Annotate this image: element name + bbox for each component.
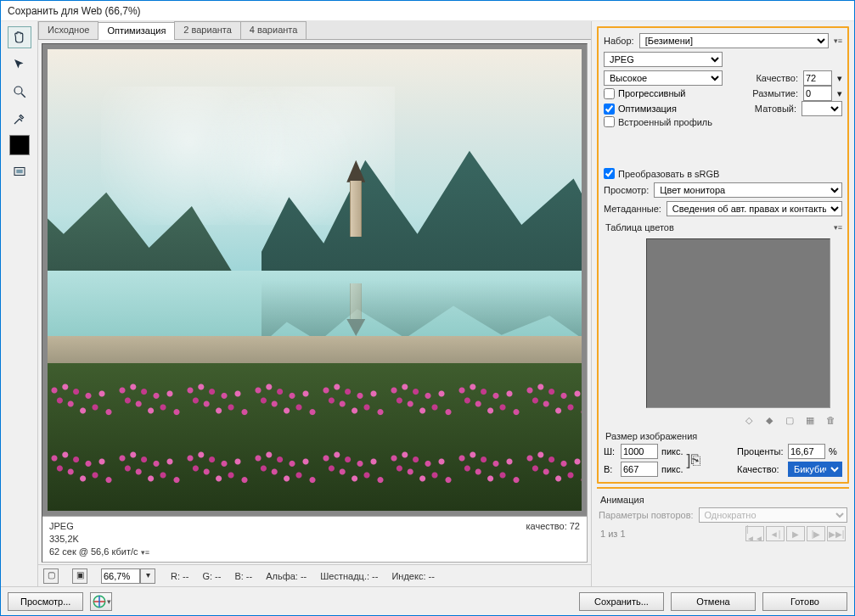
embedded-profile-label: Встроенный профиль: [618, 117, 712, 127]
left-toolbar: [1, 21, 38, 586]
format-select[interactable]: JPEG: [604, 52, 723, 67]
preset-menu-icon[interactable]: ▾≡: [834, 36, 842, 45]
zoom-in-icon[interactable]: ▣: [72, 568, 87, 584]
height-input[interactable]: [621, 462, 658, 477]
color-trash-icon[interactable]: 🗑: [824, 413, 837, 427]
next-frame-button: |▶: [807, 526, 825, 541]
tab-4up[interactable]: 4 варианта: [240, 21, 307, 39]
metadata-label: Метаданные:: [604, 204, 661, 214]
slice-select-tool[interactable]: [8, 53, 31, 76]
svg-rect-3: [16, 170, 23, 174]
quality-preset-select[interactable]: Высокое: [604, 70, 723, 86]
eyedropper-color-swatch[interactable]: [9, 135, 30, 155]
color-map-icon[interactable]: ▢: [783, 413, 796, 427]
status-hex: Шестнадц.: --: [320, 571, 378, 581]
width-label: Ш:: [604, 446, 617, 456]
hand-tool[interactable]: [8, 26, 31, 48]
browser-select-button[interactable]: ▾: [90, 592, 112, 611]
preset-label: Набор:: [604, 36, 634, 46]
loop-select: Однократно: [699, 507, 847, 523]
zoom-out-icon[interactable]: ▢: [43, 568, 59, 584]
first-frame-button: |◄◄: [745, 526, 764, 541]
width-input[interactable]: [621, 444, 658, 459]
status-r: R: --: [171, 571, 188, 581]
height-label: В:: [604, 464, 617, 474]
cancel-button[interactable]: Отмена: [671, 592, 756, 611]
color-shift-icon[interactable]: ◆: [762, 413, 776, 427]
percent-input[interactable]: [788, 444, 825, 459]
optimize-label: Оптимизация: [618, 104, 677, 114]
quality-label: Качество:: [756, 73, 798, 83]
settings-panel: Набор: [Безимени] ▾≡ JPEG Высокое Качест…: [591, 21, 854, 586]
quality-dropdown-icon[interactable]: ▾: [837, 73, 842, 84]
svg-point-0: [14, 87, 22, 94]
title-bar: Сохранить для Web (66,7%): [1, 1, 854, 21]
status-g: G: --: [202, 571, 221, 581]
resize-quality-label: Качество:: [737, 464, 785, 474]
preview-format: JPEG: [49, 520, 74, 533]
save-button[interactable]: Сохранить...: [579, 592, 664, 611]
preview-label: Просмотр:: [604, 185, 649, 195]
image-size-label: Размер изображения: [605, 431, 842, 441]
tab-original[interactable]: Исходное: [38, 21, 98, 39]
blur-label: Размытие:: [752, 88, 798, 98]
metadata-select[interactable]: Сведения об авт. правах и контакты: [667, 201, 842, 216]
link-dimensions-icon[interactable]: ]⎘: [687, 451, 734, 469]
quality-input[interactable]: [803, 70, 832, 86]
toggle-slice-visibility[interactable]: [8, 160, 31, 182]
progressive-label: Прогрессивный: [618, 88, 686, 98]
convert-srgb-checkbox[interactable]: [604, 168, 615, 179]
tab-2up[interactable]: 2 варианта: [174, 21, 241, 39]
play-button: ▶: [786, 526, 805, 541]
resize-quality-select[interactable]: Бикубическая: [788, 462, 842, 477]
convert-srgb-label: Преобразовать в sRGB: [618, 169, 719, 179]
window-title: Сохранить для Web (66,7%): [8, 5, 141, 17]
preview-time-menu-icon[interactable]: ▾≡: [141, 548, 149, 557]
color-table-menu-icon[interactable]: ▾≡: [834, 223, 842, 232]
color-table-label: Таблица цветов: [605, 222, 674, 232]
preview-tabs: Исходное Оптимизация 2 варианта 4 вариан…: [38, 21, 591, 40]
animation-section: Анимация Параметры повторов: Однократно …: [597, 487, 849, 543]
blur-input[interactable]: [803, 86, 832, 101]
zoom-field[interactable]: [101, 568, 140, 584]
dialog-footer: Просмотр... ▾ Сохранить... Отмена Готово: [1, 586, 854, 615]
width-unit: пикс.: [661, 446, 683, 456]
preview-image: [48, 49, 582, 511]
embedded-profile-checkbox[interactable]: [604, 116, 615, 127]
browser-preview-button[interactable]: Просмотр...: [8, 592, 83, 611]
optimize-checkbox[interactable]: [604, 104, 615, 115]
frame-indicator: 1 из 1: [600, 529, 626, 539]
tab-optimized[interactable]: Оптимизация: [98, 22, 175, 40]
last-frame-button: ▶▶|: [827, 526, 846, 541]
animation-label: Анимация: [600, 495, 847, 505]
height-unit: пикс.: [661, 464, 683, 474]
optimize-group: Набор: [Безимени] ▾≡ JPEG Высокое Качест…: [597, 26, 849, 484]
percent-label: Проценты:: [737, 446, 785, 456]
prev-frame-button: ◄|: [766, 526, 785, 541]
zoom-tool[interactable]: [8, 81, 31, 103]
preview-quality: качество: 72: [526, 520, 580, 533]
preview-select[interactable]: Цвет монитора: [654, 182, 842, 198]
progressive-checkbox[interactable]: [604, 88, 615, 99]
percent-unit: %: [829, 446, 842, 456]
image-size-grid: Ш: пикс. ]⎘ Проценты: % В: пикс. Качеств…: [604, 444, 842, 477]
status-index: Индекс: --: [391, 571, 434, 581]
done-button[interactable]: Готово: [762, 592, 847, 611]
preview-time: 62 сек @ 56,6 кбит/с: [49, 546, 138, 557]
eyedropper-tool[interactable]: [8, 108, 31, 130]
preview-footer: JPEG качество: 72 335,2K 62 сек @ 56,6 к…: [42, 516, 587, 562]
status-bar: ▢ ▣ ▾ R: -- G: -- B: -- Альфа: -- Шестна…: [38, 564, 591, 586]
preview-size: 335,2K: [49, 533, 580, 546]
status-alpha: Альфа: --: [266, 571, 307, 581]
color-table-area: [646, 238, 830, 408]
blur-dropdown-icon[interactable]: ▾: [837, 88, 842, 99]
status-b: B: --: [234, 571, 252, 581]
loop-label: Параметры повторов:: [599, 510, 694, 520]
svg-line-1: [21, 93, 25, 98]
matte-select[interactable]: [802, 101, 842, 116]
color-lock-icon[interactable]: ◇: [742, 413, 756, 427]
color-new-icon[interactable]: ▦: [803, 413, 817, 427]
preset-select[interactable]: [Безимени]: [639, 33, 829, 48]
zoom-dropdown-icon[interactable]: ▾: [140, 568, 155, 584]
preview-canvas[interactable]: JPEG качество: 72 335,2K 62 сек @ 56,6 к…: [42, 43, 588, 563]
